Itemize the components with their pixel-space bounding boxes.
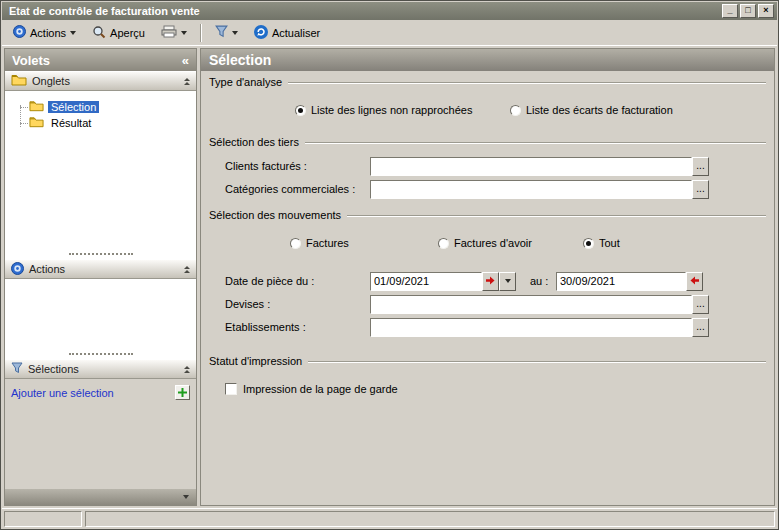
group-divider bbox=[288, 82, 766, 84]
radio-dot bbox=[290, 238, 301, 249]
actualiser-label: Actualiser bbox=[272, 27, 320, 39]
radio-dot bbox=[295, 105, 306, 116]
radio-dot bbox=[438, 238, 449, 249]
etablissements-label: Etablissements : bbox=[225, 321, 370, 333]
radio-tout[interactable]: Tout bbox=[583, 237, 620, 249]
categories-commerciales-browse-button[interactable]: ... bbox=[692, 180, 709, 199]
minimize-button[interactable]: _ bbox=[722, 4, 738, 18]
tree-item-label: Sélection bbox=[48, 101, 99, 113]
clients-factures-row: Clients facturés : ... bbox=[225, 155, 766, 177]
date-picker-icon bbox=[690, 276, 699, 287]
selection-form: Type d'analyse Liste des lignes non rapp… bbox=[201, 71, 774, 505]
splitter-handle[interactable] bbox=[5, 349, 196, 359]
actions-section-header[interactable]: Actions bbox=[5, 259, 196, 279]
sidebar-title: Volets bbox=[12, 53, 50, 68]
group-statut-impression: Statut d'impression bbox=[209, 354, 766, 368]
chevron-down-icon bbox=[232, 31, 238, 35]
categories-commerciales-label: Catégories commerciales : bbox=[225, 183, 370, 195]
actions-menu-button[interactable]: Actions bbox=[6, 21, 83, 44]
folder-icon bbox=[29, 116, 44, 130]
actions-section-body bbox=[5, 279, 196, 349]
apercu-button[interactable]: Aperçu bbox=[85, 21, 152, 45]
impression-checkbox-row: Impression de la page de garde bbox=[225, 380, 766, 398]
devises-row: Devises : ... bbox=[225, 293, 766, 315]
funnel-icon bbox=[215, 25, 228, 40]
group-type-analyse: Type d'analyse bbox=[209, 75, 766, 89]
devises-browse-button[interactable]: ... bbox=[692, 295, 709, 314]
clients-factures-browse-button[interactable]: ... bbox=[692, 157, 709, 176]
splitter-handle[interactable] bbox=[5, 249, 196, 259]
status-bar bbox=[2, 508, 777, 528]
radio-liste-lignes-non-rapprochees[interactable]: Liste des lignes non rapprochées bbox=[295, 104, 510, 116]
impression-page-garde-label: Impression de la page de garde bbox=[243, 383, 398, 395]
collapse-sidebar-button[interactable]: « bbox=[182, 53, 189, 68]
radio-label: Tout bbox=[599, 237, 620, 249]
group-divider bbox=[308, 361, 766, 363]
tree-item-selection[interactable]: Sélection bbox=[17, 99, 192, 115]
group-type-analyse-label: Type d'analyse bbox=[209, 76, 288, 88]
type-analyse-radio-row: Liste des lignes non rapprochées Liste d… bbox=[295, 101, 766, 119]
categories-commerciales-input[interactable] bbox=[370, 180, 692, 199]
add-selection-link[interactable]: Ajouter une sélection bbox=[11, 387, 114, 399]
selections-section-body: Ajouter une sélection bbox=[5, 379, 196, 505]
filter-button[interactable] bbox=[208, 21, 245, 44]
printer-icon bbox=[161, 25, 177, 40]
magnifier-icon bbox=[92, 25, 106, 41]
sidebar-header: Volets « bbox=[5, 49, 196, 71]
tree-item-resultat[interactable]: Résultat bbox=[17, 115, 192, 131]
actions-label: Actions bbox=[30, 27, 66, 39]
chevron-up-icon bbox=[184, 78, 190, 85]
etablissements-browse-button[interactable]: ... bbox=[692, 318, 709, 337]
date-to-input[interactable] bbox=[556, 272, 686, 291]
tabs-tree: Sélection Résultat bbox=[5, 91, 196, 249]
onglets-label: Onglets bbox=[32, 75, 70, 87]
app-body: Volets « Onglets Sélection Résultat bbox=[2, 46, 777, 508]
chevron-up-icon bbox=[184, 366, 190, 373]
page-title: Sélection bbox=[209, 52, 271, 68]
clients-factures-label: Clients facturés : bbox=[225, 160, 370, 172]
toolbar: Actions Aperçu Actualiser bbox=[2, 20, 777, 46]
mouvements-radio-row: Factures Factures d'avoir Tout bbox=[290, 234, 766, 252]
radio-label: Factures d'avoir bbox=[454, 237, 532, 249]
au-label: au : bbox=[530, 275, 556, 287]
selections-section-header[interactable]: Sélections bbox=[5, 359, 196, 379]
chevron-down-icon bbox=[70, 31, 76, 35]
etablissements-input[interactable] bbox=[370, 318, 692, 337]
radio-liste-ecarts-facturation[interactable]: Liste des écarts de facturation bbox=[510, 104, 673, 116]
close-button[interactable]: × bbox=[758, 4, 774, 18]
radio-label: Liste des écarts de facturation bbox=[526, 104, 673, 116]
tree-item-label: Résultat bbox=[48, 117, 94, 129]
sidebar-panel: Volets « Onglets Sélection Résultat bbox=[4, 48, 197, 506]
plus-icon bbox=[178, 387, 187, 399]
group-divider bbox=[305, 142, 766, 144]
print-button[interactable] bbox=[154, 21, 194, 44]
sidebar-bottom-bar[interactable] bbox=[5, 489, 196, 505]
add-selection-row: Ajouter une sélection bbox=[5, 379, 196, 400]
chevron-down-icon bbox=[505, 279, 511, 283]
date-picker-icon bbox=[486, 276, 495, 287]
folder-icon bbox=[29, 100, 44, 114]
folder-icon bbox=[11, 74, 27, 88]
main-panel: Sélection Type d'analyse Liste des ligne… bbox=[200, 48, 775, 506]
date-from-dropdown-button[interactable] bbox=[499, 272, 516, 291]
radio-label: Liste des lignes non rapprochées bbox=[311, 104, 472, 116]
maximize-button[interactable]: □ bbox=[740, 4, 756, 18]
group-selection-mouvements-label: Sélection des mouvements bbox=[209, 209, 347, 221]
devises-input[interactable] bbox=[370, 295, 692, 314]
refresh-button[interactable]: Actualiser bbox=[247, 21, 327, 45]
add-selection-button[interactable] bbox=[175, 385, 190, 400]
categories-commerciales-row: Catégories commerciales : ... bbox=[225, 178, 766, 200]
impression-page-garde-checkbox[interactable] bbox=[225, 383, 237, 395]
date-piece-row: Date de pièce du : au : bbox=[225, 270, 766, 292]
clients-factures-input[interactable] bbox=[370, 157, 692, 176]
window-title: Etat de contrôle de facturation vente bbox=[5, 5, 720, 17]
date-from-input[interactable] bbox=[370, 272, 482, 291]
toolbar-separator bbox=[200, 24, 202, 42]
selections-section-label: Sélections bbox=[28, 363, 79, 375]
radio-factures-avoir[interactable]: Factures d'avoir bbox=[438, 237, 583, 249]
group-selection-tiers: Sélection des tiers bbox=[209, 135, 766, 149]
radio-factures[interactable]: Factures bbox=[290, 237, 438, 249]
onglets-section-header[interactable]: Onglets bbox=[5, 71, 196, 91]
date-to-picker-button[interactable] bbox=[686, 272, 703, 291]
date-from-picker-button[interactable] bbox=[482, 272, 499, 291]
